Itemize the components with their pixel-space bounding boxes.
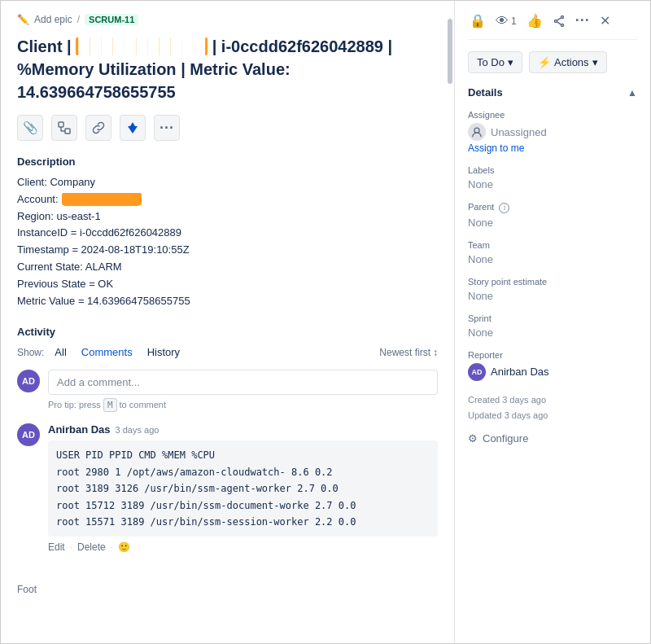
desc-line-5: Current State: ALARM (17, 259, 438, 276)
breadcrumb: ✏️ Add epic / SCRUM-11 (17, 14, 438, 25)
parent-info-icon[interactable]: i (499, 203, 509, 213)
team-row: Team None (468, 240, 637, 265)
reporter-name: Anirban Das (491, 366, 549, 378)
assignee-value: Unassigned (491, 126, 547, 138)
reporter-value-row: AD Anirban Das (468, 363, 637, 381)
breadcrumb-sep: / (77, 14, 80, 25)
emoji-link[interactable]: 🙂 (118, 541, 130, 553)
scrum-badge[interactable]: SCRUM-11 (85, 14, 138, 25)
desc-line-2: Region: us-east-1 (17, 208, 438, 226)
created-timestamp: Created 3 days ago (468, 392, 637, 409)
sort-icon: ↕ (433, 347, 438, 358)
reporter-avatar: AD (468, 363, 486, 381)
sprint-label: Sprint (468, 313, 637, 323)
scroll-thumb[interactable] (448, 19, 452, 84)
comment-placeholder: Add a comment... (57, 376, 140, 388)
lightning-icon: ⚡ (538, 56, 551, 68)
comment-line-3: root 15712 3189 /usr/bin/ssm-document-wo… (56, 497, 430, 514)
filter-all-button[interactable]: All (50, 344, 70, 360)
team-label: Team (468, 240, 637, 250)
sprint-value: None (468, 326, 637, 339)
story-points-value: None (468, 290, 637, 302)
share-button[interactable] (551, 13, 567, 29)
svg-line-7 (557, 17, 561, 20)
toolbar: 📎 ··· (17, 115, 438, 141)
desc-line-7: Metric Value = 14.639664758655755 (17, 293, 438, 310)
comment-line-1: root 2980 1 /opt/aws/amazon-cloudwatch- … (56, 464, 430, 480)
jira-button[interactable] (120, 115, 146, 141)
comment-meta: Anirban Das 3 days ago (48, 423, 438, 436)
child-issue-button[interactable] (51, 115, 77, 141)
desc-line-0: Client: Company (17, 174, 438, 191)
desc-line-4: Timestamp = 2024-08-18T19:10:55Z (17, 242, 438, 259)
assign-to-me-link[interactable]: Assign to me (468, 142, 637, 154)
svg-rect-1 (65, 129, 70, 134)
labels-row: Labels None (468, 165, 637, 191)
pro-tip: Pro tip: press M to comment (48, 400, 438, 410)
add-epic-link[interactable]: Add epic (34, 14, 72, 25)
comment-time: 3 days ago (116, 425, 159, 435)
status-label: To Do (477, 56, 505, 68)
parent-label: Parent i (468, 202, 637, 213)
action-sep-1: · (70, 541, 72, 553)
more-toolbar-button[interactable]: ··· (154, 115, 180, 141)
eye-icon: 👁 (496, 14, 509, 28)
timestamps: Created 3 days ago Updated 3 days ago (468, 392, 637, 425)
activity-header: Show: All Comments History Newest first … (17, 344, 438, 360)
filter-history-button[interactable]: History (143, 344, 184, 360)
assignee-value-row: Unassigned (468, 123, 637, 141)
actions-button[interactable]: ⚡ Actions ▾ (529, 51, 607, 73)
unassigned-icon (468, 123, 486, 141)
status-actions-row: To Do ▾ ⚡ Actions ▾ (468, 51, 637, 73)
filter-comments-button[interactable]: Comments (77, 344, 137, 360)
status-button[interactable]: To Do ▾ (468, 51, 522, 73)
comment-input-row: AD Add a comment... (17, 370, 438, 395)
details-label: Details (468, 86, 503, 99)
comment-content: USER PID PPID CMD %MEM %CPU root 2980 1 … (48, 440, 438, 537)
sort-newest-first[interactable]: Newest first ↕ (379, 347, 438, 358)
details-collapse-icon[interactable]: ▲ (627, 87, 637, 99)
keyboard-shortcut: M (103, 398, 117, 412)
svg-point-6 (554, 20, 557, 22)
lock-button[interactable]: 🔒 (468, 11, 487, 30)
comment-body: Anirban Das 3 days ago USER PID PPID CMD… (48, 423, 438, 553)
title-redacted: ███████████ (76, 37, 208, 55)
attachment-button[interactable]: 📎 (17, 115, 43, 141)
link-button[interactable] (85, 115, 111, 141)
activity-title: Activity (17, 326, 438, 338)
configure-row[interactable]: ⚙ Configure (468, 432, 637, 445)
team-value: None (468, 253, 637, 265)
description-title: Description (17, 156, 438, 168)
close-button[interactable]: ✕ (598, 11, 612, 30)
svg-rect-0 (59, 122, 63, 127)
desc-line-1: Account:██████████ (17, 191, 438, 208)
svg-point-4 (561, 15, 563, 18)
comment-line-2: root 3189 3126 /usr/bin/ssm-agent-worker… (56, 480, 430, 497)
comment-line-0: USER PID PPID CMD %MEM %CPU (56, 447, 430, 463)
desc-line-3: InstanceID = i-0ccdd62f626042889 (17, 225, 438, 242)
story-points-row: Story point estimate None (468, 277, 637, 302)
comment-input[interactable]: Add a comment... (48, 370, 438, 395)
like-button[interactable]: 👍 (525, 11, 544, 30)
title-prefix: Client | (17, 37, 72, 55)
commenter-avatar: AD (17, 423, 40, 446)
action-sep-2: · (111, 541, 113, 553)
sprint-row: Sprint None (468, 313, 637, 339)
labels-value: None (468, 178, 637, 191)
parent-row: Parent i None (468, 202, 637, 229)
more-button[interactable]: ··· (574, 11, 592, 31)
left-panel: ✏️ Add epic / SCRUM-11 Client | ████████… (1, 1, 455, 643)
comment-line-4: root 15571 3189 /usr/bin/ssm-session-wor… (56, 514, 430, 530)
actions-chevron-icon: ▾ (592, 56, 598, 68)
edit-link[interactable]: Edit (48, 541, 65, 553)
delete-link[interactable]: Delete (77, 541, 106, 553)
footer-text: Foot (17, 584, 37, 595)
assignee-label: Assignee (468, 110, 637, 120)
watch-button[interactable]: 👁 1 (494, 12, 518, 30)
story-points-label: Story point estimate (468, 277, 637, 287)
details-header: Details ▲ (468, 86, 637, 99)
labels-label: Labels (468, 165, 637, 175)
updated-timestamp: Updated 3 days ago (468, 408, 637, 424)
scroll-indicator[interactable] (447, 1, 453, 643)
watch-count: 1 (511, 15, 517, 27)
